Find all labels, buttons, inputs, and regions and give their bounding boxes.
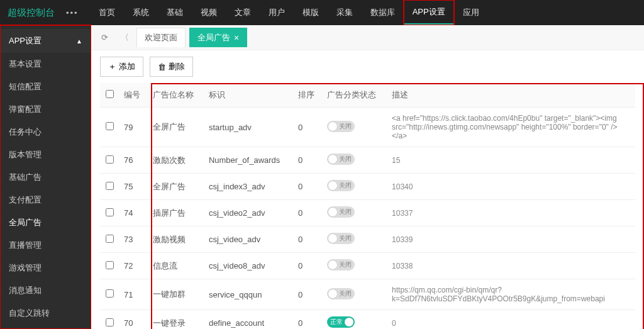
table-row: 70一键登录define_account0正常0	[100, 310, 635, 330]
close-icon[interactable]: ×	[234, 33, 239, 43]
toggle-label: 关闭	[339, 260, 352, 269]
topnav-item[interactable]: 首页	[90, 0, 124, 25]
status-toggle[interactable]: 关闭	[327, 180, 355, 191]
topnav-item[interactable]: 文章	[226, 0, 260, 25]
select-all-checkbox[interactable]	[106, 90, 114, 98]
row-checkbox[interactable]	[106, 182, 114, 190]
tab-label: 欢迎页面	[145, 32, 177, 43]
topbar: 超级控制台 ••• 首页系统基础视频文章用户模版采集数据库APP设置应用	[0, 0, 644, 25]
sidebar-item[interactable]: 自定义跳转	[0, 302, 91, 325]
cell-flag: startup_adv	[204, 108, 293, 147]
sidebar-item[interactable]: 弹窗配置	[0, 98, 91, 121]
col-checkbox	[100, 83, 119, 108]
cell-status: 关闭	[322, 253, 387, 279]
sidebar-item[interactable]: 版本管理	[0, 143, 91, 166]
cell-name: 插屏广告	[148, 200, 204, 226]
toggle-dot-icon	[328, 234, 337, 243]
cell-status: 关闭	[322, 174, 387, 200]
row-checkbox[interactable]	[106, 155, 114, 164]
toggle-label: 关闭	[339, 122, 352, 131]
sidebar: APP设置 ▲ 基本设置短信配置弹窗配置任务中心版本管理基础广告支付配置全局广告…	[0, 25, 91, 329]
sidebar-item[interactable]: 基础广告	[0, 166, 91, 189]
topnav-item[interactable]: 用户	[260, 0, 294, 25]
tab-global-ad[interactable]: 全局广告 ×	[189, 28, 247, 47]
row-checkbox[interactable]	[106, 208, 114, 216]
topnav-item[interactable]: 数据库	[362, 0, 404, 25]
sidebar-item[interactable]: 直播管理	[0, 234, 91, 257]
col-name[interactable]: 广告位名称	[148, 83, 204, 108]
col-sort[interactable]: 排序	[293, 83, 322, 108]
topnav-item[interactable]: APP设置	[404, 0, 454, 25]
sidebar-item[interactable]: 支付配置	[0, 189, 91, 211]
sidebar-item[interactable]: 基本设置	[0, 53, 91, 75]
topnav-item[interactable]: 系统	[124, 0, 158, 25]
toggle-label: 关闭	[339, 234, 352, 243]
topnav-item[interactable]: 视频	[192, 0, 226, 25]
status-toggle[interactable]: 关闭	[327, 206, 355, 218]
table-row: 72信息流csj_video8_adv0关闭10338	[100, 253, 635, 279]
status-toggle[interactable]: 关闭	[327, 121, 355, 132]
cell-flag: csj_video8_adv	[204, 253, 293, 279]
toggle-label: 正常	[330, 318, 343, 326]
tabs-bar: ⟳ 〈 欢迎页面 全局广告 ×	[91, 25, 644, 50]
cell-sort: 0	[293, 147, 322, 174]
cell-status: 关闭	[322, 200, 387, 226]
cell-status: 关闭	[322, 108, 387, 147]
cell-flag: csj_video_adv	[204, 226, 293, 253]
col-id[interactable]: 编号	[119, 83, 148, 108]
cell-status: 关闭	[322, 226, 387, 253]
sidebar-item[interactable]: 短信配置	[0, 75, 91, 98]
toggle-dot-icon	[328, 155, 337, 164]
delete-button[interactable]: 🗑 删除	[150, 57, 193, 77]
sidebar-item[interactable]: 任务中心	[0, 121, 91, 143]
back-icon[interactable]: 〈	[116, 30, 133, 46]
trash-icon: 🗑	[158, 62, 166, 72]
topnav-item[interactable]: 应用	[454, 0, 488, 25]
table-header-row: 编号 广告位名称 标识 排序 广告分类状态 描述	[100, 83, 635, 108]
status-toggle[interactable]: 正常	[327, 316, 355, 328]
cell-flag: define_account	[204, 310, 293, 330]
topnav-item[interactable]: 模版	[294, 0, 328, 25]
toggle-label: 关闭	[339, 289, 352, 298]
cell-flag: service_qqqun	[204, 279, 293, 310]
status-toggle[interactable]: 关闭	[327, 259, 355, 270]
cell-name: 一键登录	[148, 310, 204, 330]
add-button[interactable]: ＋ 添加	[100, 57, 143, 77]
row-checkbox[interactable]	[106, 318, 114, 326]
toggle-dot-icon	[328, 260, 337, 269]
topnav: 首页系统基础视频文章用户模版采集数据库APP设置应用	[90, 0, 488, 25]
sidebar-group-label: APP设置	[9, 35, 42, 47]
row-checkbox[interactable]	[106, 122, 114, 130]
table-row: 74插屏广告csj_video2_adv0关闭10337	[100, 200, 635, 226]
cell-id: 70	[119, 310, 148, 330]
add-label: 添加	[119, 61, 135, 72]
cell-name: 一键加群	[148, 279, 204, 310]
topnav-item[interactable]: 基础	[158, 0, 192, 25]
toggle-dot-icon	[328, 181, 337, 190]
status-toggle[interactable]: 关闭	[327, 153, 355, 165]
col-desc[interactable]: 描述	[387, 83, 635, 108]
table-wrap: 编号 广告位名称 标识 排序 广告分类状态 描述 79全屏广告startup_a…	[91, 83, 644, 329]
sidebar-item[interactable]: 弹幕管理	[0, 325, 91, 329]
status-toggle[interactable]: 关闭	[327, 233, 355, 244]
status-toggle[interactable]: 关闭	[327, 288, 355, 299]
cell-sort: 0	[293, 200, 322, 226]
sidebar-group-header[interactable]: APP设置 ▲	[0, 29, 91, 53]
sidebar-item[interactable]: 游戏管理	[0, 257, 91, 279]
topnav-item[interactable]: 采集	[328, 0, 362, 25]
sidebar-item[interactable]: 消息通知	[0, 279, 91, 302]
col-flag[interactable]: 标识	[204, 83, 293, 108]
cell-id: 74	[119, 200, 148, 226]
col-status[interactable]: 广告分类状态	[322, 83, 387, 108]
more-dots-icon[interactable]: •••	[66, 8, 79, 18]
sidebar-item[interactable]: 全局广告	[0, 211, 91, 234]
tab-welcome[interactable]: 欢迎页面	[136, 28, 186, 47]
row-checkbox[interactable]	[106, 289, 114, 298]
brand-logo: 超级控制台	[8, 7, 55, 19]
row-checkbox[interactable]	[106, 261, 114, 269]
tab-label: 全局广告	[197, 32, 230, 43]
row-checkbox[interactable]	[106, 235, 114, 243]
toggle-dot-icon	[328, 208, 337, 216]
toggle-label: 关闭	[339, 155, 352, 164]
refresh-icon[interactable]: ⟳	[96, 30, 113, 46]
